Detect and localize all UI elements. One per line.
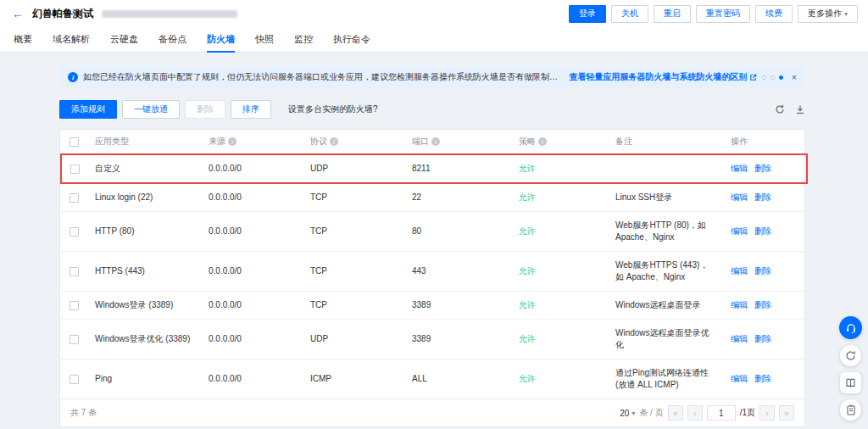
row-checkbox[interactable] xyxy=(70,375,79,384)
table-row-custom-8211: 自定义 0.0.0.0/0 UDP 8211 允许 编辑删除 xyxy=(61,154,807,183)
delete-link[interactable]: 删除 xyxy=(754,333,771,345)
row-checkbox[interactable] xyxy=(70,267,79,276)
protocol-info-icon[interactable]: i xyxy=(330,137,338,146)
col-source: 来源 xyxy=(209,136,225,148)
allow-all-button[interactable]: 一键放通 xyxy=(122,100,180,119)
banner-carousel-dots xyxy=(762,75,783,80)
restart-button[interactable]: 重启 xyxy=(654,5,691,23)
edit-link[interactable]: 编辑 xyxy=(731,299,748,311)
row-checkbox[interactable] xyxy=(70,301,79,310)
table-row-ping: Ping 0.0.0.0/0 ICMP ALL 允许 通过Ping测试网络连通性… xyxy=(61,359,807,399)
back-icon[interactable]: ← xyxy=(12,8,24,20)
delete-link[interactable]: 删除 xyxy=(754,373,771,385)
cell-port: 80 xyxy=(403,212,510,252)
col-port: 端口 xyxy=(412,136,429,148)
edit-link[interactable]: 编辑 xyxy=(731,163,748,175)
col-action: 操作 xyxy=(722,130,807,154)
chevron-down-icon: ▾ xyxy=(632,410,635,417)
cell-protocol: ICMP xyxy=(302,359,403,399)
tab-run-command[interactable]: 执行命令 xyxy=(333,27,370,53)
last-page-button[interactable]: » xyxy=(779,405,794,421)
row-checkbox[interactable] xyxy=(70,164,80,174)
table-footer: 共 7 条 20 ▾ 条 / 页 « ‹ /1页 › » xyxy=(60,399,804,426)
carousel-dot-1[interactable] xyxy=(762,75,766,80)
tab-dns[interactable]: 域名解析 xyxy=(53,27,90,53)
page-number-input[interactable] xyxy=(707,405,736,421)
tab-backup[interactable]: 备份点 xyxy=(159,27,186,53)
cell-app-type: Windows登录 (3389) xyxy=(86,292,200,320)
info-banner: i 如您已经在防火墙页面中配置了规则，但仍无法访问服务器端口或业务应用，建议您检… xyxy=(59,66,805,88)
login-button[interactable]: 登录 xyxy=(569,5,606,23)
cell-source: 0.0.0.0/0 xyxy=(200,183,302,212)
cell-app-type: Windows登录优化 (3389) xyxy=(86,320,200,359)
masked-instance-info xyxy=(102,10,237,18)
first-page-button[interactable]: « xyxy=(668,405,683,421)
cell-policy: 允许 xyxy=(510,154,607,183)
edit-link[interactable]: 编辑 xyxy=(731,192,748,203)
tab-firewall[interactable]: 防火墙 xyxy=(207,27,235,53)
table-row-https: HTTPS (443) 0.0.0.0/0 TCP 443 允许 Web服务HT… xyxy=(61,252,807,292)
delete-link[interactable]: 删除 xyxy=(754,226,771,237)
support-button[interactable] xyxy=(839,316,862,339)
prev-page-button[interactable]: ‹ xyxy=(687,405,703,421)
carousel-dot-3[interactable] xyxy=(779,75,783,80)
next-page-button[interactable]: › xyxy=(760,405,775,421)
delete-button[interactable]: 删除 xyxy=(185,100,225,119)
tab-cloud-disk[interactable]: 云硬盘 xyxy=(110,27,138,53)
refresh-icon[interactable] xyxy=(775,104,785,114)
cell-app-type: HTTP (80) xyxy=(86,212,200,252)
carousel-dot-2[interactable] xyxy=(771,75,775,80)
book-icon xyxy=(845,377,856,388)
delete-link[interactable]: 删除 xyxy=(754,299,771,311)
shutdown-button[interactable]: 关机 xyxy=(611,5,648,23)
row-checkbox[interactable] xyxy=(70,193,79,203)
col-protocol: 协议 xyxy=(310,136,327,148)
renew-button[interactable]: 续费 xyxy=(755,5,793,23)
page-size-select[interactable]: 20 ▾ xyxy=(620,409,635,418)
reset-password-button[interactable]: 重置密码 xyxy=(696,5,750,23)
source-info-icon[interactable]: i xyxy=(228,137,236,146)
row-checkbox[interactable] xyxy=(70,227,79,237)
cell-port: 3389 xyxy=(403,320,510,359)
multi-instance-firewall-link[interactable]: 设置多台实例的防火墙? xyxy=(288,103,378,115)
banner-link[interactable]: 查看轻量应用服务器防火墙与系统防火墙的区别 xyxy=(570,71,757,83)
edit-link[interactable]: 编辑 xyxy=(731,333,748,345)
sort-button[interactable]: 排序 xyxy=(231,100,271,119)
delete-link[interactable]: 删除 xyxy=(754,265,771,277)
delete-link[interactable]: 删除 xyxy=(754,163,771,175)
select-all-checkbox[interactable] xyxy=(70,137,79,147)
tab-monitor[interactable]: 监控 xyxy=(294,27,313,53)
tab-snapshot[interactable]: 快照 xyxy=(255,27,274,53)
cell-remark xyxy=(607,154,722,183)
tab-overview[interactable]: 概要 xyxy=(14,27,32,53)
docs-button[interactable] xyxy=(840,372,861,393)
port-info-icon[interactable]: i xyxy=(431,137,440,146)
edit-link[interactable]: 编辑 xyxy=(731,226,748,237)
row-checkbox[interactable] xyxy=(70,335,79,344)
add-rule-button[interactable]: 添加规则 xyxy=(59,100,117,119)
chevron-down-icon: ▾ xyxy=(844,10,848,18)
instance-title: 幻兽帕鲁测试 xyxy=(32,7,93,21)
edit-link[interactable]: 编辑 xyxy=(731,265,748,277)
table-row-linux-login: Linux login (22) 0.0.0.0/0 TCP 22 允许 Lin… xyxy=(61,183,807,212)
col-remark: 备注 xyxy=(607,130,722,154)
cell-protocol: TCP xyxy=(302,292,403,320)
edit-link[interactable]: 编辑 xyxy=(731,373,748,385)
more-actions-button[interactable]: 更多操作 ▾ xyxy=(798,5,858,23)
cell-port: 8211 xyxy=(403,154,510,183)
table-header-row: 应用类型 来源i 协议i 端口i 策略i 备注 操作 xyxy=(61,130,807,154)
cell-source: 0.0.0.0/0 xyxy=(200,359,302,399)
policy-info-icon[interactable]: i xyxy=(538,137,547,146)
feedback-button[interactable] xyxy=(840,345,861,366)
cell-port: ALL xyxy=(403,359,510,399)
tab-bar: 概要 域名解析 云硬盘 备份点 防火墙 快照 监控 执行命令 xyxy=(0,27,868,53)
download-icon[interactable] xyxy=(795,104,805,114)
delete-link[interactable]: 删除 xyxy=(754,192,771,203)
cell-protocol: UDP xyxy=(302,154,403,183)
close-icon[interactable]: × xyxy=(792,72,797,82)
cell-source: 0.0.0.0/0 xyxy=(200,292,302,320)
survey-button[interactable] xyxy=(840,399,861,421)
cell-protocol: TCP xyxy=(302,183,403,212)
cell-source: 0.0.0.0/0 xyxy=(200,320,302,359)
cell-policy: 允许 xyxy=(510,252,607,292)
